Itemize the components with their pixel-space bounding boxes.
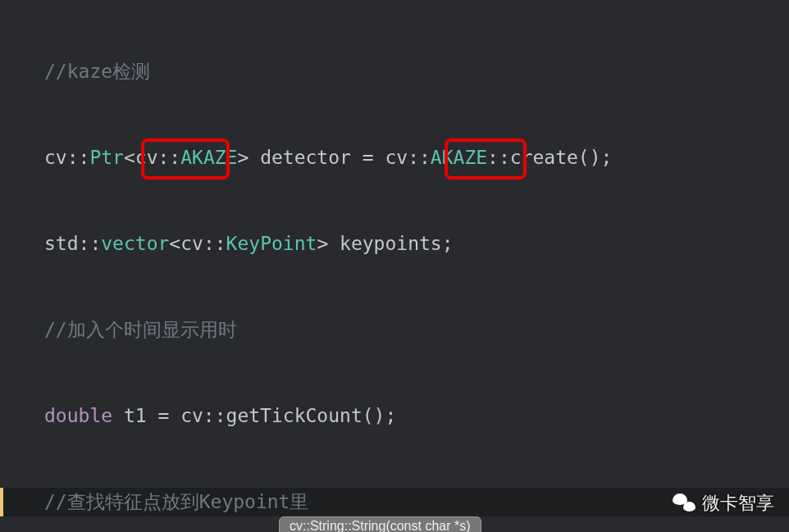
comment: //查找特征点放到Keypoint里	[44, 491, 308, 512]
akaze-token: AKAZE	[180, 147, 237, 168]
code-editor: //kaze检测 cv::Ptr<cv::AKAZE> detector = c…	[0, 0, 789, 532]
comment: //加入个时间显示用时	[44, 319, 237, 340]
code-line: double t1 = cv::getTickCount();	[0, 402, 789, 430]
code-line-active: //查找特征点放到Keypoint里	[0, 488, 789, 516]
code-line: cv::Ptr<cv::AKAZE> detector = cv::AKAZE:…	[0, 143, 789, 172]
code-line: std::vector<cv::KeyPoint> keypoints;	[0, 230, 789, 258]
comment: //kaze检测	[44, 61, 150, 82]
code-line: //kaze检测	[0, 57, 789, 86]
akaze-token: AKAZE	[431, 147, 487, 168]
code-line: //加入个时间显示用时	[0, 316, 789, 344]
intellisense-tooltip: cv::String::String(const char *s)	[279, 516, 481, 532]
watermark: 微卡智享	[673, 491, 774, 516]
wechat-icon	[673, 492, 696, 515]
watermark-text: 微卡智享	[702, 491, 774, 516]
